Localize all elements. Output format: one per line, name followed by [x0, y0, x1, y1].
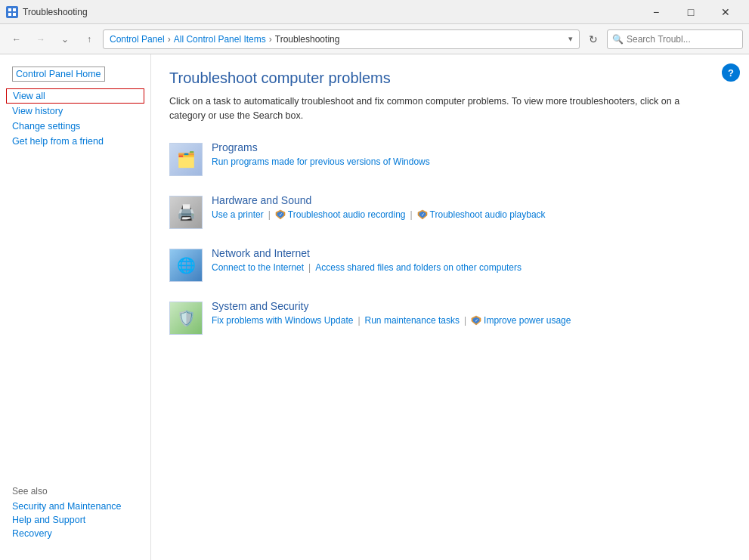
network-title[interactable]: Network and Internet: [212, 247, 522, 259]
path-part2[interactable]: All Control Panel Items: [174, 34, 266, 45]
help-support-link[interactable]: Help and Support: [12, 515, 138, 525]
security-maintenance-link[interactable]: Security and Maintenance: [12, 501, 138, 512]
hardware-icon: 🖨️: [169, 196, 203, 229]
shield-icon-1: ✓: [275, 209, 286, 220]
see-also-title: See also: [12, 486, 138, 497]
help-button[interactable]: ?: [722, 63, 740, 82]
get-help-link[interactable]: Get help from a friend: [0, 134, 150, 149]
path-part3[interactable]: Troubleshooting: [275, 34, 340, 45]
network-sep1: |: [308, 262, 311, 273]
security-icon-glyph: 🛡️: [177, 309, 196, 327]
hardware-sep2: |: [410, 209, 412, 220]
app-icon: [6, 6, 18, 18]
sidebar: Control Panel Home View all View history…: [0, 54, 151, 560]
recovery-link[interactable]: Recovery: [12, 528, 138, 539]
security-sep2: |: [464, 315, 466, 326]
change-settings-link[interactable]: Change settings: [0, 119, 150, 134]
title-bar: Troubleshooting − □ ✕: [0, 0, 749, 24]
run-programs-link[interactable]: Run programs made for previous versions …: [212, 156, 430, 167]
hardware-icon-glyph: 🖨️: [177, 203, 196, 221]
troubleshoot-audio-playback-link[interactable]: ✓ Troubleshoot audio playback: [417, 209, 546, 220]
svg-rect-0: [8, 8, 11, 11]
security-title[interactable]: System and Security: [212, 300, 571, 312]
security-icon: 🛡️: [169, 302, 203, 335]
shared-files-link[interactable]: Access shared files and folders on other…: [315, 262, 522, 273]
address-path[interactable]: Control Panel › All Control Panel Items …: [103, 29, 580, 49]
programs-icon: 🗂️: [169, 143, 203, 176]
page-description: Click on a task to automatically trouble…: [169, 94, 683, 123]
windows-update-link[interactable]: Fix problems with Windows Update: [212, 315, 353, 326]
programs-title[interactable]: Programs: [212, 141, 430, 153]
svg-rect-3: [13, 13, 16, 16]
network-icon: 🌐: [169, 249, 203, 282]
path-sep1: ›: [168, 34, 171, 45]
maintenance-tasks-link[interactable]: Run maintenance tasks: [365, 315, 460, 326]
svg-text:✓: ✓: [278, 212, 282, 217]
view-history-link[interactable]: View history: [0, 104, 150, 119]
window-title: Troubleshooting: [23, 7, 639, 17]
security-links: Fix problems with Windows Update | Run m…: [212, 315, 571, 326]
view-all-link[interactable]: View all: [6, 88, 144, 104]
network-content: Network and Internet Connect to the Inte…: [212, 247, 522, 273]
svg-text:✓: ✓: [420, 212, 424, 217]
hardware-title[interactable]: Hardware and Sound: [212, 194, 546, 206]
connect-internet-link[interactable]: Connect to the Internet: [212, 262, 304, 273]
refresh-button[interactable]: ↻: [583, 29, 604, 50]
category-hardware: 🖨️ Hardware and Sound Use a printer | ✓ …: [169, 194, 731, 229]
close-button[interactable]: ✕: [708, 0, 743, 24]
path-dropdown-arrow[interactable]: ▾: [568, 34, 573, 44]
hardware-links: Use a printer | ✓ Troubleshoot audio rec…: [212, 209, 546, 220]
svg-text:✓: ✓: [475, 318, 478, 323]
dropdown-button[interactable]: ⌄: [54, 29, 76, 50]
minimize-button[interactable]: −: [639, 0, 673, 24]
svg-rect-2: [8, 13, 11, 16]
content-area: ? Troubleshoot computer problems Click o…: [151, 54, 749, 560]
troubleshoot-audio-recording-link[interactable]: ✓ Troubleshoot audio recording: [275, 209, 406, 220]
network-links: Connect to the Internet | Access shared …: [212, 262, 522, 273]
page-title: Troubleshoot computer problems: [169, 70, 731, 87]
window-controls: − □ ✕: [639, 0, 743, 24]
up-button[interactable]: ↑: [79, 29, 100, 50]
search-icon: 🔍: [612, 34, 624, 45]
path-sep2: ›: [269, 34, 272, 45]
back-button[interactable]: ←: [6, 29, 27, 50]
control-panel-home-section: Control Panel Home: [0, 63, 150, 88]
forward-button[interactable]: →: [30, 29, 51, 50]
hardware-sep1: |: [268, 209, 271, 220]
use-printer-link[interactable]: Use a printer: [212, 209, 264, 220]
security-content: System and Security Fix problems with Wi…: [212, 300, 571, 326]
shield-icon-3: ✓: [471, 315, 481, 326]
category-programs: 🗂️ Programs Run programs made for previo…: [169, 141, 731, 176]
control-panel-home-link[interactable]: Control Panel Home: [12, 67, 105, 82]
shield-icon-2: ✓: [417, 209, 428, 220]
maximize-button[interactable]: □: [673, 0, 708, 24]
search-input[interactable]: [627, 34, 738, 45]
programs-icon-glyph: 🗂️: [177, 150, 196, 169]
address-bar: ← → ⌄ ↑ Control Panel › All Control Pane…: [0, 24, 749, 54]
category-security: 🛡️ System and Security Fix problems with…: [169, 300, 731, 335]
hardware-content: Hardware and Sound Use a printer | ✓ Tro…: [212, 194, 546, 220]
programs-content: Programs Run programs made for previous …: [212, 141, 430, 167]
improve-power-link[interactable]: ✓ Improve power usage: [471, 315, 571, 326]
security-sep1: |: [357, 315, 360, 326]
search-box[interactable]: 🔍: [607, 29, 743, 49]
category-network: 🌐 Network and Internet Connect to the In…: [169, 247, 731, 282]
path-part1[interactable]: Control Panel: [110, 34, 165, 45]
network-icon-glyph: 🌐: [177, 256, 196, 274]
see-also-section: See also Security and Maintenance Help a…: [0, 477, 150, 551]
main-layout: Control Panel Home View all View history…: [0, 54, 749, 560]
svg-rect-1: [13, 8, 16, 11]
programs-links: Run programs made for previous versions …: [212, 156, 430, 167]
